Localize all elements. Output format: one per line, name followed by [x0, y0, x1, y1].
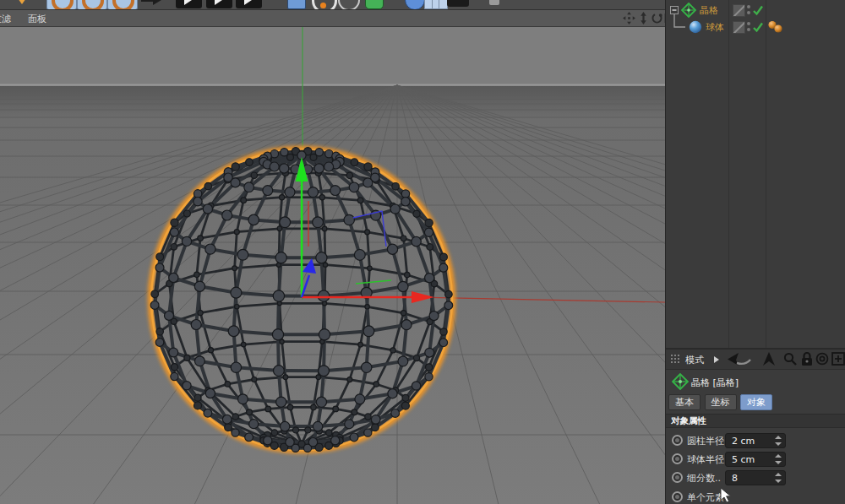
back-arrow-icon[interactable]: [727, 352, 752, 366]
keyframe-circle-icon[interactable]: [672, 453, 683, 464]
menu-filter[interactable]: 过滤: [0, 13, 11, 25]
visibility-dots[interactable]: [747, 22, 750, 32]
lock-icon[interactable]: [801, 352, 813, 366]
right-panel: 晶格 球体: [665, 0, 845, 504]
search-icon[interactable]: [783, 352, 797, 366]
prop-value[interactable]: 8: [732, 473, 738, 484]
sphere-icon: [689, 20, 702, 34]
add-cube-icon[interactable]: [287, 0, 306, 9]
add-deformer-icon[interactable]: [365, 0, 384, 9]
phong-tag-icon[interactable]: [767, 20, 788, 34]
tab-coordinates[interactable]: 坐标: [705, 394, 737, 410]
atom-array-icon: [672, 373, 689, 390]
splines-tool-icon[interactable]: [14, 0, 30, 4]
attribute-object-header: 晶格 [晶格]: [666, 371, 845, 392]
prop-label: 球体半径: [687, 453, 724, 466]
coord-system-icon[interactable]: [141, 0, 163, 7]
keyframe-circle-icon[interactable]: [672, 472, 683, 483]
toggle-view-icon[interactable]: [651, 12, 664, 24]
prop-row-cylinder-radius: 圆柱半径 2 cm: [666, 432, 845, 449]
tab-basic[interactable]: 基本: [668, 394, 701, 410]
layer-toggle[interactable]: [733, 21, 745, 34]
tab-object[interactable]: 对象: [740, 394, 772, 410]
move-tool-icon[interactable]: [46, 0, 77, 10]
subdivisions-input[interactable]: 8: [725, 470, 786, 485]
add-light-icon[interactable]: [489, 0, 499, 5]
render-settings-icon[interactable]: [236, 0, 262, 8]
keyframe-circle-icon[interactable]: [672, 491, 683, 502]
cylinder-radius-input[interactable]: 2 cm: [725, 433, 786, 448]
keyframe-circle-icon[interactable]: [672, 435, 683, 446]
viewport-menubar: 过滤 面板: [0, 10, 665, 27]
object-name[interactable]: 晶格: [700, 4, 718, 17]
pan-view-icon[interactable]: [623, 12, 635, 24]
add-camera-icon[interactable]: [447, 0, 469, 7]
scale-tool-icon[interactable]: [77, 0, 107, 10]
layer-toggle[interactable]: [733, 4, 745, 17]
target-icon[interactable]: [815, 352, 829, 366]
prop-label: 细分数..: [687, 472, 721, 485]
visibility-dots[interactable]: [747, 5, 750, 15]
section-title: 对象属性: [671, 415, 706, 427]
add-generator-icon[interactable]: [338, 0, 360, 10]
prop-label: 单个元素: [687, 491, 724, 504]
prop-value[interactable]: 5 cm: [732, 454, 755, 465]
prop-label: 圆柱半径: [687, 435, 724, 447]
add-floor-icon[interactable]: [424, 0, 448, 9]
attribute-mode-bar: 模式: [666, 350, 845, 370]
section-object-properties: 对象属性: [666, 414, 845, 428]
tree-branch: [673, 14, 690, 32]
enabled-check-icon[interactable]: [752, 4, 764, 16]
arrow-cursor-icon[interactable]: [762, 352, 776, 366]
render-view-icon[interactable]: [176, 0, 202, 8]
zoom-view-icon[interactable]: [637, 12, 650, 24]
object-row-lattice[interactable]: 晶格: [666, 2, 845, 19]
selected-object-title: 晶格 [晶格]: [691, 377, 739, 389]
grip-handle[interactable]: [670, 354, 681, 365]
render-active-icon[interactable]: [206, 0, 232, 8]
prop-value[interactable]: 2 cm: [732, 436, 755, 447]
sphere-radius-input[interactable]: 5 cm: [725, 452, 786, 467]
menu-panel[interactable]: 面板: [28, 13, 46, 25]
add-environment-icon[interactable]: [405, 0, 425, 10]
attribute-tabs: 基本 坐标 对象: [668, 394, 773, 410]
stepper-arrows-icon[interactable]: [774, 436, 782, 446]
main-toolbar: [0, 0, 665, 10]
prop-row-sphere-radius: 球体半径 5 cm: [666, 451, 845, 468]
mode-expand-icon[interactable]: [713, 356, 720, 363]
enabled-check-icon[interactable]: [752, 21, 764, 33]
add-spline-icon[interactable]: [312, 0, 337, 10]
new-panel-icon[interactable]: [831, 352, 845, 366]
rotate-tool-icon[interactable]: [107, 0, 138, 10]
stepper-arrows-icon[interactable]: [774, 473, 782, 483]
object-manager: 晶格 球体: [666, 0, 845, 348]
object-name[interactable]: 球体: [706, 21, 724, 34]
mode-menu[interactable]: 模式: [685, 354, 704, 366]
object-row-sphere[interactable]: 球体: [666, 19, 845, 35]
prop-row-subdivisions: 细分数.. 8: [666, 469, 845, 486]
mouse-cursor: [720, 487, 734, 503]
stepper-arrows-icon[interactable]: [774, 454, 782, 464]
prop-row-single-elements: 单个元素: [666, 489, 845, 504]
